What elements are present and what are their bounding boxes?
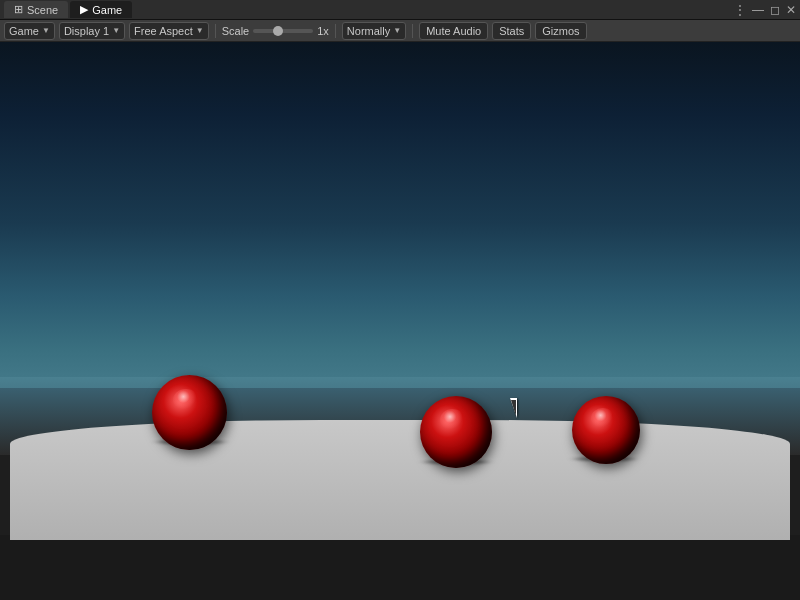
close-button[interactable]: ✕: [786, 3, 796, 17]
tab-scene[interactable]: ⊞ Scene: [4, 1, 68, 18]
stats-button[interactable]: Stats: [492, 22, 531, 40]
maximize-button[interactable]: ◻: [770, 3, 780, 17]
window-controls: ⋮ ― ◻ ✕: [734, 3, 796, 17]
ground-dark: [0, 535, 800, 600]
tab-strip: ⊞ Scene ▶ Game: [4, 1, 132, 18]
sky-background: [0, 42, 800, 405]
aspect-label: Free Aspect: [134, 25, 193, 37]
game-arrow-icon: ▼: [42, 26, 50, 35]
game-tab-icon: ▶: [80, 3, 88, 16]
title-bar: ⊞ Scene ▶ Game ⋮ ― ◻ ✕: [0, 0, 800, 20]
vsync-dropdown[interactable]: Normally ▼: [342, 22, 406, 40]
tab-game[interactable]: ▶ Game: [70, 1, 132, 18]
tab-scene-label: Scene: [27, 4, 58, 16]
scale-slider[interactable]: [253, 29, 313, 33]
scale-control: Scale 1x: [222, 25, 329, 37]
tab-game-label: Game: [92, 4, 122, 16]
scene-icon: ⊞: [14, 3, 23, 16]
display-arrow-icon: ▼: [112, 26, 120, 35]
more-icon[interactable]: ⋮: [734, 3, 746, 17]
scale-text: Scale: [222, 25, 250, 37]
game-label: Game: [9, 25, 39, 37]
aspect-arrow-icon: ▼: [196, 26, 204, 35]
vsync-arrow-icon: ▼: [393, 26, 401, 35]
separator-3: [412, 24, 413, 38]
gizmos-button[interactable]: Gizmos: [535, 22, 586, 40]
game-viewport[interactable]: [0, 42, 800, 600]
vsync-label: Normally: [347, 25, 390, 37]
separator-2: [335, 24, 336, 38]
sphere-right: [572, 396, 640, 464]
minimize-button[interactable]: ―: [752, 3, 764, 17]
toolbar: Game ▼ Display 1 ▼ Free Aspect ▼ Scale 1…: [0, 20, 800, 42]
game-dropdown[interactable]: Game ▼: [4, 22, 55, 40]
sphere-left: [152, 375, 227, 450]
mute-audio-button[interactable]: Mute Audio: [419, 22, 488, 40]
separator-1: [215, 24, 216, 38]
aspect-dropdown[interactable]: Free Aspect ▼: [129, 22, 209, 40]
scale-thumb[interactable]: [273, 26, 283, 36]
display-dropdown[interactable]: Display 1 ▼: [59, 22, 125, 40]
scale-value: 1x: [317, 25, 329, 37]
ground-plane: [10, 420, 790, 540]
sphere-center: [420, 396, 492, 468]
display-label: Display 1: [64, 25, 109, 37]
